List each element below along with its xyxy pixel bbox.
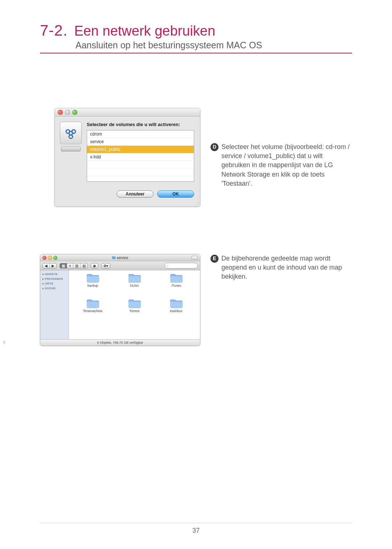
folder-icon xyxy=(87,299,99,308)
folder-icon xyxy=(87,273,99,283)
page-number: 37 xyxy=(40,523,352,534)
toolbar-toggle-icon[interactable] xyxy=(191,256,198,259)
folder-item[interactable]: backup xyxy=(72,273,114,299)
finder-statusbar: ⠿ 6 Objekte, 788,75 GB verfügbar xyxy=(40,339,200,346)
list-item[interactable]: cdrom xyxy=(87,130,194,138)
sidebar-heading[interactable]: ▸ FREIGABEN xyxy=(40,276,69,281)
step-badge-d: D xyxy=(211,143,219,151)
status-text: 6 Objekte, 788,75 GB verfügbar xyxy=(97,341,143,344)
zoom-icon[interactable] xyxy=(72,110,77,115)
page-header: 7-2. Een netwerk gebruiken Aansluiten op… xyxy=(40,22,352,53)
folder-item[interactable]: Timemachine xyxy=(72,299,114,324)
icon-view-icon[interactable]: ▦ xyxy=(60,263,67,268)
svg-rect-10 xyxy=(87,276,99,282)
finder-titlebar: service xyxy=(40,254,200,261)
finder-toolbar: ◀ ▶ ▦ ≡ ▥ ▤ ◉ ✿▾ ⌕ xyxy=(40,261,200,270)
finder-window: service ◀ ▶ ▦ ≡ ▥ ▤ ◉ ✿▾ xyxy=(40,254,200,346)
search-icon: ⌕ xyxy=(167,264,168,267)
zoom-icon[interactable] xyxy=(53,256,57,260)
folder-item[interactable]: DLNA xyxy=(114,273,155,299)
svg-rect-19 xyxy=(87,302,99,308)
folder-icon xyxy=(170,273,183,283)
step-e-text: De bijbehorende gedeelde map wordt geope… xyxy=(221,254,352,282)
sidebar-heading[interactable]: ▸ ORTE xyxy=(40,281,69,286)
column-view-icon[interactable]: ▥ xyxy=(73,263,81,268)
svg-point-2 xyxy=(69,135,73,138)
list-item[interactable] xyxy=(87,169,194,176)
nav-back-forward[interactable]: ◀ ▶ xyxy=(42,263,57,269)
list-item[interactable] xyxy=(87,161,194,169)
svg-rect-25 xyxy=(171,302,182,308)
list-item[interactable] xyxy=(87,176,194,182)
folder-item[interactable]: Torrent xyxy=(114,299,155,324)
sidebar-heading[interactable]: ▸ SUCHE xyxy=(40,286,69,291)
action-menu-button[interactable]: ✿▾ xyxy=(101,263,110,269)
finder-content[interactable]: backupDLNAiTunesTimemachineTorrenttrashb… xyxy=(69,270,200,339)
folder-icon xyxy=(170,299,183,308)
folder-label: trashbox xyxy=(170,309,183,313)
chapter-number: 7-2. xyxy=(40,22,68,39)
step-badge-e: E xyxy=(211,255,219,263)
eye-icon: ◉ xyxy=(91,263,98,268)
list-item[interactable]: x-hdd xyxy=(87,153,194,161)
view-mode-segment[interactable]: ▦ ≡ ▥ ▤ xyxy=(60,263,88,269)
chapter-subtitle: Aansluiten op het besturingssysteem MAC … xyxy=(75,40,352,51)
minimize-icon[interactable] xyxy=(65,110,70,115)
svg-rect-13 xyxy=(129,276,140,282)
back-icon[interactable]: ◀ xyxy=(43,263,50,268)
svg-rect-6 xyxy=(112,257,116,259)
coverflow-view-icon[interactable]: ▤ xyxy=(81,263,87,268)
close-icon[interactable] xyxy=(58,110,63,115)
volume-list[interactable]: cdrom service volume1_public x-hdd xyxy=(87,130,194,182)
resize-grip-icon[interactable]: ⋰ xyxy=(55,203,200,206)
folder-label: Torrent xyxy=(129,309,139,313)
list-item-selected[interactable]: volume1_public xyxy=(87,146,194,153)
volume-select-dialog: Selecteer de volumes die u wilt activere… xyxy=(54,108,200,207)
svg-rect-7 xyxy=(112,256,114,257)
svg-rect-16 xyxy=(171,276,182,282)
close-icon[interactable] xyxy=(42,256,46,260)
svg-line-3 xyxy=(69,133,70,135)
quicklook-button[interactable]: ◉ xyxy=(91,263,98,269)
folder-item[interactable]: iTunes xyxy=(155,273,197,299)
ok-button[interactable]: OK xyxy=(157,190,194,198)
minimize-icon[interactable] xyxy=(48,256,52,260)
folder-label: Timemachine xyxy=(83,309,103,313)
cancel-button[interactable]: Annuleer xyxy=(117,190,154,198)
window-titlebar xyxy=(55,108,200,117)
search-input[interactable]: ⌕ xyxy=(164,263,198,269)
svg-rect-22 xyxy=(129,302,140,308)
chapter-title: Een netwerk gebruiken xyxy=(74,23,215,39)
folder-label: DLNA xyxy=(130,284,139,287)
list-item[interactable]: service xyxy=(87,138,194,146)
folder-icon xyxy=(128,273,141,283)
network-drive-icon xyxy=(60,122,82,182)
folder-item[interactable]: trashbox xyxy=(155,299,197,324)
finder-title: service xyxy=(112,256,128,260)
gear-icon: ✿▾ xyxy=(102,263,110,268)
finder-sidebar: ▸ GERÄTE ▸ FREIGABEN ▸ ORTE ▸ SUCHE xyxy=(40,270,69,339)
sidebar-heading[interactable]: ▸ GERÄTE xyxy=(40,272,69,276)
folder-label: backup xyxy=(87,284,98,287)
folder-label: iTunes xyxy=(171,284,181,287)
list-view-icon[interactable]: ≡ xyxy=(67,263,73,268)
folder-icon xyxy=(112,256,116,259)
step-d-text: Selecteer het volume (bijvoorbeeld: cd-r… xyxy=(221,142,352,188)
forward-icon[interactable]: ▶ xyxy=(50,263,56,268)
dialog-prompt: Selecteer de volumes die u wilt activere… xyxy=(87,122,194,127)
svg-line-4 xyxy=(72,133,73,135)
folder-icon xyxy=(128,299,141,308)
